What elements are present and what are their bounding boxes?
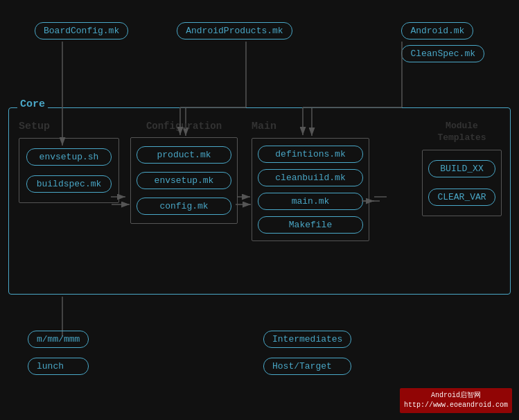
cleanspec-file: CleanSpec.mk <box>401 45 484 62</box>
mmm-command: m/mm/mmm <box>28 331 89 348</box>
configuration-label: Configuration <box>130 121 238 132</box>
bottom-left: m/mm/mmm lunch <box>28 331 89 375</box>
configuration-section: Configuration product.mk envsetup.mk con… <box>130 121 238 224</box>
boardconfig-file: BoardConfig.mk <box>35 22 128 40</box>
module-templates-label: Module Templates <box>422 121 502 144</box>
envsetup-mk: envsetup.mk <box>137 172 231 189</box>
definitions-mk: defintions.mk <box>258 146 363 163</box>
watermark: Android启智网 http://www.eoeandroid.com <box>400 388 512 413</box>
config-mk: config.mk <box>137 198 231 215</box>
makefile: Makefile <box>258 216 363 234</box>
android-mk-file: Android.mk <box>401 22 473 40</box>
main-container: BoardConfig.mk AndroidProducts.mk Androi… <box>0 0 519 420</box>
clear-var: CLEAR_VAR <box>428 189 495 206</box>
cleanbuild-mk: cleanbuild.mk <box>258 169 363 186</box>
setup-label: Setup <box>19 121 119 132</box>
core-label: Core <box>17 98 48 110</box>
build-xx: BUILD_XX <box>428 160 495 177</box>
configuration-inner: product.mk envsetup.mk config.mk <box>130 137 238 224</box>
main-section: Main defintions.mk cleanbuild.mk main.mk… <box>252 121 369 241</box>
core-section: Core Setup <box>8 107 511 295</box>
watermark-line1: Android启智网 <box>404 391 508 401</box>
bottom-right: Intermediates Host/Target <box>263 331 351 375</box>
setup-inner: envsetup.sh buildspec.mk <box>19 138 119 203</box>
main-label: Main <box>252 121 369 132</box>
main-mk: main.mk <box>258 193 363 210</box>
androidproducts-file: AndroidProducts.mk <box>177 22 292 40</box>
product-mk: product.mk <box>137 146 231 164</box>
main-inner: defintions.mk cleanbuild.mk main.mk Make… <box>252 138 369 241</box>
module-templates-section: Module Templates BUILD_XX CLEAR_VAR <box>422 121 502 216</box>
module-templates-inner: BUILD_XX CLEAR_VAR <box>422 150 502 216</box>
envsetup-sh: envsetup.sh <box>26 148 112 166</box>
host-target: Host/Target <box>263 358 351 375</box>
setup-section: Setup envsetup.sh buildspec.mk <box>19 121 119 203</box>
watermark-line2: http://www.eoeandroid.com <box>404 401 508 410</box>
intermediates: Intermediates <box>263 331 351 348</box>
lunch-command: lunch <box>28 358 89 375</box>
buildspec-mk: buildspec.mk <box>26 175 112 193</box>
